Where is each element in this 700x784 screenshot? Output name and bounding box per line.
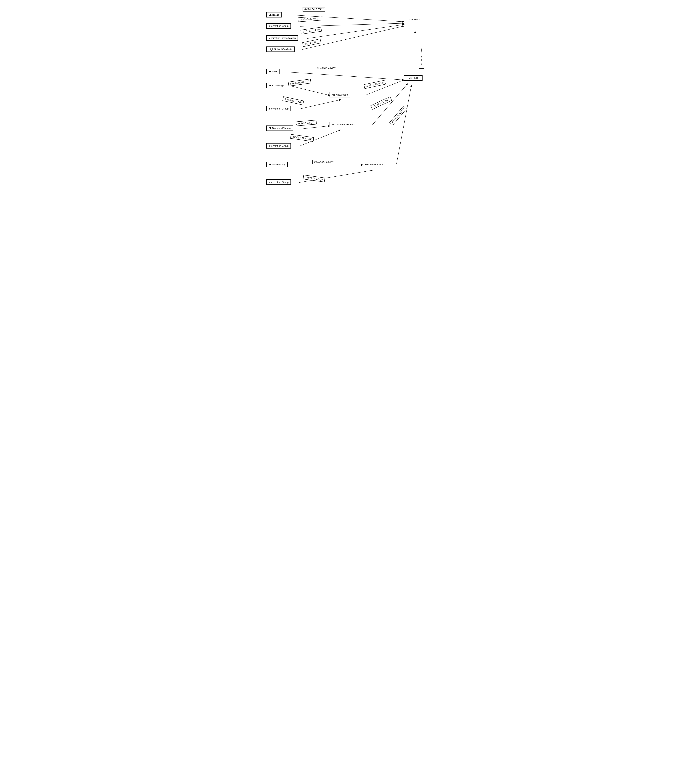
path-ig4-m6se: 0.60 (0.19, 1.02)** xyxy=(303,175,325,182)
path-bl-dd-m6dd: 0.43 (0.32, 0.53)*** xyxy=(293,120,317,127)
m6-knowledge-node: M6 Knowledge xyxy=(330,92,350,97)
svg-line-11 xyxy=(303,126,330,129)
svg-line-7 xyxy=(299,100,341,109)
svg-line-6 xyxy=(290,86,330,95)
path-m6se-m6smb: 0.16 (0.04, 0.27)** xyxy=(390,106,407,125)
path-bl-smb-m6smb: 0.50 (0.38, 0.63)*** xyxy=(315,66,337,70)
bl-diabetes-distress-node: BL Diabetes Distress xyxy=(266,125,293,131)
intervention-group-4-node: Intervention Group xyxy=(266,180,291,185)
path-m6smb-m6hba1c: -0.15 (-0.29, -0.01)* xyxy=(419,32,424,69)
path-hsg-m6hba1c: -0.12 (-0.50, ... xyxy=(302,39,322,47)
bl-smb-node: BL SMB xyxy=(266,69,280,74)
path-bl-se-m6se: 0.55 (0.43, 0.66)*** xyxy=(312,160,335,164)
m6-smb-node: M6 SMB xyxy=(404,75,423,81)
m6-hba1c-node: M6 HbA1c xyxy=(404,17,426,22)
path-ig1-m6hba1c: -0.40 (-0.78, -0.02)* xyxy=(298,16,321,22)
medication-intensification-node: Medication Intensification xyxy=(266,35,298,41)
intervention-group-2-node: Intervention Group xyxy=(266,106,291,112)
intervention-group-1-node: Intervention Group xyxy=(266,23,291,28)
bl-hba1c-node: BL HbA1c xyxy=(266,12,282,17)
path-m6know-m6smb: -0.02 (-0.23, 0.19) xyxy=(364,80,386,89)
bl-self-efficacy-node: BL Self-Efficacy xyxy=(266,162,288,167)
path-med-m6hba1c: 0.10 (-0.27, 0.47) xyxy=(300,27,322,34)
bl-knowledge-node: BL Knowledge xyxy=(266,83,286,88)
path-bl-knowledge-m6know: 0.56 (0.45, 0.67)*** xyxy=(288,79,311,87)
diagram-container: BL HbA1c Intervention Group Medication I… xyxy=(261,4,439,205)
path-ig2-m6know: 0.24 (0.05, 0.44)* xyxy=(282,97,304,105)
path-bl-hba1c-m6hba1c: 0.66 (0.56, 0.76)*** xyxy=(303,7,325,12)
intervention-group-3-node: Intervention Group xyxy=(266,143,291,148)
high-school-graduate-node: High School Graduate xyxy=(266,47,295,52)
arrows-svg xyxy=(261,4,439,205)
svg-line-5 xyxy=(290,72,404,80)
m6-self-efficacy-node: M6 Self-Efficacy xyxy=(363,162,385,167)
svg-line-10 xyxy=(397,85,412,164)
m6-diabetes-distress-node: M6 Diabetes Distress xyxy=(330,122,357,127)
svg-line-2 xyxy=(307,25,404,38)
svg-line-1 xyxy=(300,23,404,27)
path-m6dd-m6smb: -0.14 (-0.35, 0.07) xyxy=(370,97,392,110)
path-ig3-m6dd: -0.26 (-0.49, -0.04)* xyxy=(290,134,314,141)
